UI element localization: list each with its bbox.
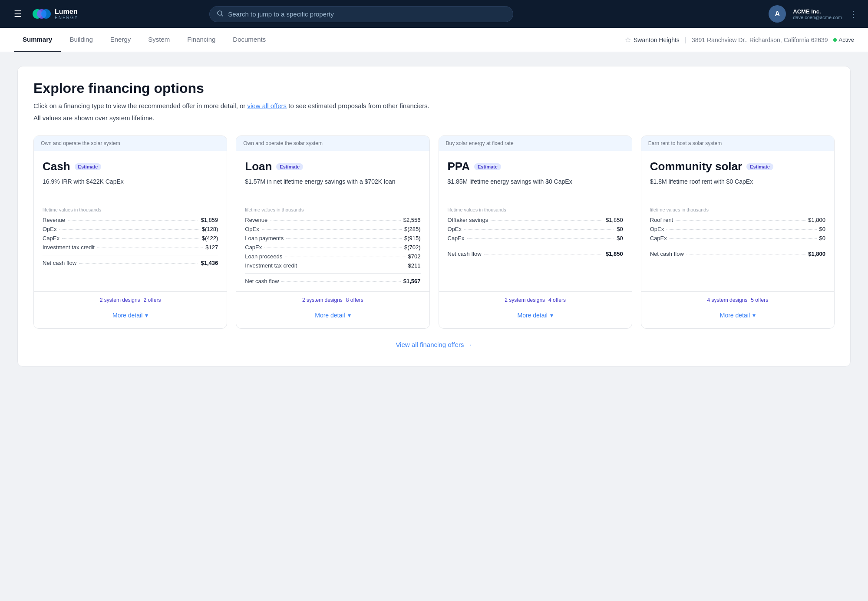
logo[interactable]: Lumen ENERGY: [32, 8, 78, 20]
card-subtitle: 16.9% IRR with $422K CapEx: [43, 178, 218, 199]
line-item-dots: [676, 220, 805, 221]
net-cash-dots: [686, 254, 805, 254]
net-cash-row: Net cash flow $1,800: [650, 251, 825, 257]
line-item-label: OpEx: [43, 226, 57, 232]
more-detail-button[interactable]: More detail ▾: [245, 307, 420, 323]
status-dot: [833, 38, 837, 42]
financing-card-3[interactable]: Earn rent to host a solar system Communi…: [641, 135, 835, 329]
card-subtitle: $1.85M lifetime energy savings with $0 C…: [448, 178, 623, 199]
line-item: Revenue $2,556: [245, 217, 420, 223]
offers-stat: 8 offers: [346, 297, 363, 303]
search-input[interactable]: [228, 10, 506, 18]
card-header-label: Buy solar energy at fixed rate: [439, 136, 632, 151]
card-body: Cash Estimate 16.9% IRR with $422K CapEx…: [34, 151, 227, 291]
logo-icon: [32, 8, 51, 20]
nav-tabs: Summary Building Energy System Financing…: [14, 28, 274, 52]
tab-building[interactable]: Building: [61, 28, 101, 52]
line-item-dots: [285, 257, 405, 257]
star-icon[interactable]: ☆: [625, 36, 631, 44]
card-body: PPA Estimate $1.85M lifetime energy savi…: [439, 151, 632, 291]
line-item-dots: [68, 220, 198, 221]
line-item-dots: [467, 238, 614, 239]
view-all-financing-link[interactable]: View all financing offers →: [396, 341, 472, 348]
line-item-label: CapEx: [448, 235, 465, 241]
system-designs-stat: 2 system designs: [100, 297, 140, 303]
tab-energy[interactable]: Energy: [102, 28, 140, 52]
menu-icon[interactable]: ☰: [10, 5, 25, 23]
tab-summary[interactable]: Summary: [14, 28, 61, 52]
more-detail-button[interactable]: More detail ▾: [43, 307, 218, 323]
estimate-badge: Estimate: [474, 163, 501, 170]
line-item: Roof rent $1,800: [650, 217, 825, 223]
card-header-label: Own and operate the solar system: [236, 136, 429, 151]
tab-documents[interactable]: Documents: [224, 28, 274, 52]
more-detail-button[interactable]: More detail ▾: [448, 307, 623, 323]
line-item-dots: [97, 248, 203, 248]
card-type-name: Loan: [245, 160, 272, 173]
view-all-offers-link[interactable]: view all offers: [247, 102, 287, 109]
more-detail-button[interactable]: More detail ▾: [650, 307, 825, 323]
net-cash-value: $1,800: [808, 251, 825, 257]
card-subtitle: $1.57M in net lifetime energy savings wi…: [245, 178, 420, 199]
card-divider: [245, 273, 420, 274]
line-item: CapEx $(422): [43, 235, 218, 241]
card-footer-stats: 2 system designs 4 offers: [448, 297, 623, 303]
line-item: CapEx $(702): [245, 244, 420, 251]
line-item: Loan proceeds $702: [245, 253, 420, 260]
tab-system[interactable]: System: [139, 28, 178, 52]
search-bar[interactable]: [209, 6, 513, 22]
card-footer: 2 system designs 8 offers More detail ▾: [236, 291, 429, 328]
net-cash-label: Net cash flow: [650, 251, 684, 257]
line-item-dots: [62, 238, 199, 239]
more-detail-label: More detail: [720, 312, 750, 319]
line-item: Loan payments $(915): [245, 235, 420, 241]
line-item: Offtaker savings $1,850: [448, 217, 623, 223]
line-item-dots: [300, 266, 405, 266]
logo-sub: ENERGY: [55, 15, 78, 20]
net-cash-value: $1,567: [403, 278, 421, 284]
tab-financing[interactable]: Financing: [178, 28, 224, 52]
card-body: Community solar Estimate $1.8M lifetime …: [641, 151, 834, 291]
more-options-icon[interactable]: ⋮: [849, 9, 858, 19]
line-item-value: $702: [408, 253, 421, 260]
line-item-label: Revenue: [43, 217, 65, 223]
card-type-row: Community solar Estimate: [650, 160, 825, 173]
card-header-label: Own and operate the solar system: [34, 136, 227, 151]
line-item-label: Loan proceeds: [245, 253, 282, 260]
line-item-value: $(915): [404, 235, 421, 241]
financing-card-0[interactable]: Own and operate the solar system Cash Es…: [33, 135, 227, 329]
lifetime-label: Lifetime values in thousands: [650, 207, 825, 212]
more-detail-label: More detail: [315, 312, 345, 319]
line-item-value: $0: [819, 235, 825, 241]
net-cash-row: Net cash flow $1,850: [448, 251, 623, 257]
net-cash-dots: [79, 263, 198, 264]
net-cash-row: Net cash flow $1,436: [43, 260, 218, 266]
line-item: Investment tax credit $127: [43, 244, 218, 251]
lifetime-label: Lifetime values in thousands: [245, 207, 420, 212]
property-name-text: Swanton Heights: [634, 36, 680, 43]
logo-text: Lumen: [55, 8, 78, 15]
avatar: A: [769, 5, 786, 23]
system-designs-stat: 2 system designs: [302, 297, 343, 303]
line-item-label: Revenue: [245, 217, 267, 223]
nav-bar: Summary Building Energy System Financing…: [0, 28, 868, 52]
financing-card-2[interactable]: Buy solar energy at fixed rate PPA Estim…: [439, 135, 632, 329]
financing-card-1[interactable]: Own and operate the solar system Loan Es…: [236, 135, 429, 329]
line-item-label: CapEx: [245, 244, 262, 251]
chevron-down-icon: ▾: [752, 312, 756, 319]
net-cash-label: Net cash flow: [43, 260, 76, 266]
nav-right: ☆ Swanton Heights | 3891 Ranchview Dr., …: [625, 36, 854, 44]
page-description-2: All values are shown over system lifetim…: [33, 113, 835, 123]
line-item-value: $211: [408, 262, 421, 269]
line-item: Investment tax credit $211: [245, 262, 420, 269]
line-item-value: $(422): [202, 235, 218, 241]
line-item: OpEx $0: [448, 226, 623, 232]
line-item-label: Investment tax credit: [245, 262, 297, 269]
card-type-row: Cash Estimate: [43, 160, 218, 173]
card-divider: [650, 246, 825, 246]
line-item-dots: [59, 229, 199, 230]
line-item-value: $(702): [404, 244, 421, 251]
line-item: OpEx $(128): [43, 226, 218, 232]
line-item-dots: [264, 248, 402, 248]
card-footer: 2 system designs 2 offers More detail ▾: [34, 291, 227, 328]
